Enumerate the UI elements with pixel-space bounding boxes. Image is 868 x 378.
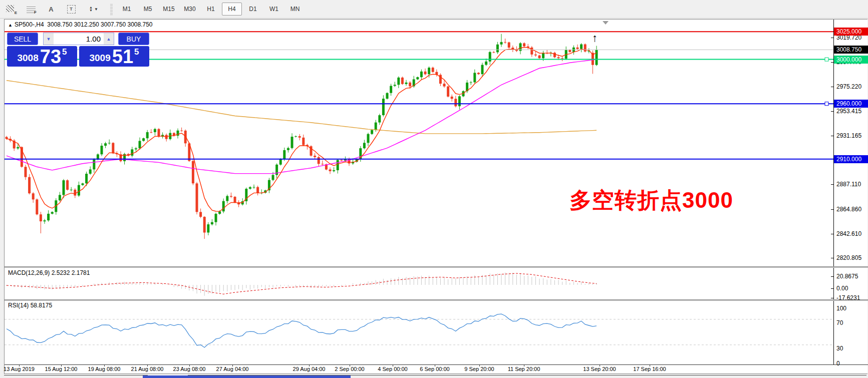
dropdown-caret-icon: ▼ bbox=[94, 7, 98, 12]
pattern-e-icon: E bbox=[6, 5, 16, 14]
price-tick: 2887.110 bbox=[836, 181, 868, 188]
time-tick: 6 Sep 00:00 bbox=[420, 366, 449, 372]
chart-shift-marker-icon[interactable] bbox=[603, 21, 609, 25]
toolbar-grip bbox=[110, 3, 113, 15]
macd-canvas bbox=[5, 267, 868, 300]
mt4-window: E F A T ▲▼ ▼ M1M5M15M30H1H4D1W1MN bbox=[0, 0, 868, 378]
time-tick: 19 Aug 08:00 bbox=[88, 366, 121, 372]
text-label-tool-button[interactable]: T bbox=[62, 2, 80, 16]
macd-label: MACD(12,26,9) 2.5232 2.1781 bbox=[8, 269, 90, 276]
time-tick: 29 Aug 04:00 bbox=[293, 366, 326, 372]
symbol-name: SP500-,H4 bbox=[15, 21, 44, 28]
mid-ma bbox=[7, 60, 597, 174]
macd-tick: 0.00 bbox=[836, 285, 868, 292]
price-tick: 2820.805 bbox=[836, 254, 868, 261]
macd-tick: -17.6231 bbox=[836, 294, 868, 301]
rsi-tick: 70 bbox=[836, 319, 868, 326]
toolbar: E F A T ▲▼ ▼ M1M5M15M30H1H4D1W1MN bbox=[0, 0, 868, 19]
symbol-header: ▲SP500-,H4 3008.750 3012.250 3007.750 30… bbox=[8, 21, 153, 28]
bottom-blue-bar bbox=[143, 375, 351, 378]
volume-increase-button[interactable]: ▲ bbox=[104, 33, 114, 45]
line-handle[interactable] bbox=[825, 58, 828, 61]
volume-control: ▼ ▲ bbox=[43, 33, 114, 45]
sell-button[interactable]: SELL bbox=[7, 33, 38, 45]
rsi-line bbox=[7, 314, 597, 347]
rsi-label: RSI(14) 58.8175 bbox=[8, 302, 52, 309]
rsi-tick: 30 bbox=[836, 345, 868, 352]
time-tick: 9 Sep 20:00 bbox=[464, 366, 494, 372]
bottom-panel-edge bbox=[0, 374, 868, 378]
timeframe-button-m15[interactable]: M15 bbox=[159, 3, 179, 16]
pane-separator[interactable] bbox=[5, 266, 868, 268]
timeframe-button-d1[interactable]: D1 bbox=[243, 3, 263, 16]
tick-direction-icon: ▲ bbox=[8, 23, 13, 28]
price-badge: 3025.000 bbox=[834, 28, 868, 36]
time-tick: 15 Aug 12:00 bbox=[45, 366, 78, 372]
price-badge: 2960.000 bbox=[834, 100, 868, 108]
price-badge: 3008.750 bbox=[834, 46, 868, 54]
macd-signal-line bbox=[7, 273, 597, 294]
one-click-trading-panel: SELL ▼ ▲ BUY 3008 73 5 3009 51 5 bbox=[7, 33, 149, 67]
price-tick: 2931.165 bbox=[836, 132, 868, 139]
time-axis-line bbox=[5, 364, 868, 365]
volume-decrease-button[interactable]: ▼ bbox=[44, 33, 54, 45]
timeframe-button-m30[interactable]: M30 bbox=[180, 3, 200, 16]
pattern-tool-button[interactable]: E bbox=[2, 2, 20, 16]
buy-price-box[interactable]: 3009 51 5 bbox=[79, 46, 149, 67]
timeframe-button-h4[interactable]: H4 bbox=[222, 3, 242, 16]
price-tick: 2953.415 bbox=[836, 108, 868, 115]
price-tick: 2975.220 bbox=[836, 83, 868, 90]
line-handle[interactable] bbox=[825, 102, 828, 106]
sort-arrows-icon: ▲▼ bbox=[89, 6, 93, 12]
timeframe-bar: M1M5M15M30H1H4D1W1MN bbox=[117, 3, 306, 16]
text-box-t-icon: T bbox=[67, 5, 76, 14]
chart-annotation-text[interactable]: 多空转折点3000 bbox=[569, 186, 733, 215]
volume-input[interactable] bbox=[54, 33, 104, 45]
price-tick: 2842.610 bbox=[836, 230, 868, 237]
buy-price-small: 3009 bbox=[89, 53, 110, 64]
timeframe-button-m1[interactable]: M1 bbox=[117, 3, 137, 16]
macd-tick: 20.8675 bbox=[836, 273, 868, 280]
timeframe-button-w1[interactable]: W1 bbox=[264, 3, 284, 16]
grid-f-icon: F bbox=[27, 5, 36, 13]
sell-price-sup: 5 bbox=[62, 47, 67, 57]
chart-window[interactable]: ▲SP500-,H4 3008.750 3012.250 3007.750 30… bbox=[4, 19, 867, 374]
time-tick: 27 Aug 04:00 bbox=[216, 366, 249, 372]
pane-separator[interactable] bbox=[5, 299, 868, 301]
price-tick: 2864.860 bbox=[836, 206, 868, 213]
rsi-canvas bbox=[5, 300, 868, 364]
sell-price-small: 3008 bbox=[17, 53, 38, 64]
sell-price-box[interactable]: 3008 73 5 bbox=[7, 46, 77, 67]
mouse-cursor-icon: ↑ bbox=[592, 33, 598, 44]
buy-price-big: 51 bbox=[112, 48, 133, 65]
time-tick: 13 Sep 20:00 bbox=[583, 366, 616, 372]
rsi-tick: 0 bbox=[836, 360, 868, 367]
price-axis-line bbox=[833, 20, 834, 364]
timeframe-button-m5[interactable]: M5 bbox=[138, 3, 158, 16]
grid-tool-button[interactable]: F bbox=[22, 2, 40, 16]
time-tick: 4 Sep 00:00 bbox=[378, 366, 407, 372]
price-badge: 3000.000 bbox=[834, 56, 868, 64]
time-tick: 23 Aug 08:00 bbox=[173, 366, 206, 372]
timeframe-button-mn[interactable]: MN bbox=[285, 3, 305, 16]
time-tick: 13 Aug 2019 bbox=[4, 366, 35, 372]
font-tool-button[interactable]: A bbox=[42, 2, 60, 16]
buy-button[interactable]: BUY bbox=[118, 33, 149, 45]
timeframe-button-h1[interactable]: H1 bbox=[201, 3, 221, 16]
time-tick: 17 Sep 16:00 bbox=[633, 366, 666, 372]
sort-tool-button[interactable]: ▲▼ ▼ bbox=[82, 2, 105, 16]
slow-ma bbox=[7, 81, 597, 134]
fast-ma bbox=[7, 48, 597, 211]
time-tick: 2 Sep 00:00 bbox=[335, 366, 364, 372]
time-tick: 11 Sep 20:00 bbox=[508, 366, 540, 372]
sell-price-big: 73 bbox=[40, 48, 61, 65]
time-tick: 21 Aug 08:00 bbox=[131, 366, 164, 372]
price-badge: 2910.000 bbox=[834, 155, 868, 163]
ohlc-values: 3008.750 3012.250 3007.750 3008.750 bbox=[47, 21, 152, 28]
rsi-tick: 100 bbox=[836, 305, 868, 312]
font-a-icon: A bbox=[49, 6, 53, 13]
buy-price-sup: 5 bbox=[134, 47, 139, 57]
